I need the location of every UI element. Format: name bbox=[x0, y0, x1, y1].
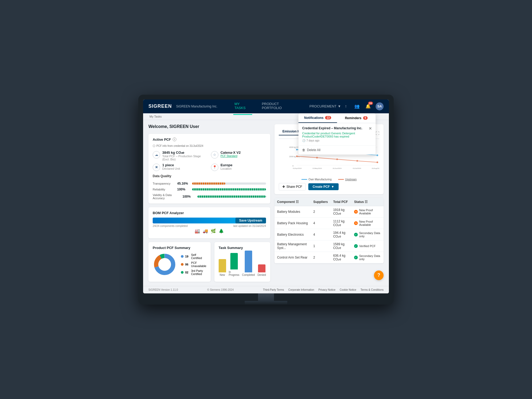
status-badge-verified: ✓ Verified PCF bbox=[354, 244, 381, 248]
table-row: Control Arm Set Rear 2 636.4 kg CO₂e ✓ S… bbox=[275, 252, 384, 263]
upload-icon[interactable]: ↑ bbox=[342, 103, 350, 110]
td-status: N New Proof Available bbox=[351, 217, 384, 229]
bom-last-updated: last updated on 31/Jul/2024 bbox=[233, 225, 266, 227]
pcf-unit-item: ✖ 1 piece Declared Unit bbox=[153, 163, 208, 171]
bar-denied-label: Denied bbox=[257, 273, 266, 276]
pcf-unit-value: 1 piece bbox=[162, 163, 180, 167]
td-suppliers: 4 bbox=[311, 229, 331, 240]
table-row: Battery Modules 2 1918 kg CO₂e N New Pro… bbox=[275, 206, 384, 217]
svg-point-10 bbox=[296, 149, 298, 150]
filter-icon[interactable]: ☷ bbox=[296, 200, 299, 204]
filter-status-icon[interactable]: ☷ bbox=[365, 200, 368, 204]
table-row: Battery Electronics 4 194.4 kg CO₂e ✓ Se… bbox=[275, 229, 384, 240]
factory-icon: 🏭 bbox=[195, 228, 200, 234]
legend-dot-green bbox=[181, 271, 184, 274]
avatar[interactable]: SA bbox=[376, 102, 384, 110]
notif-item-time: 🕐 7 days ago bbox=[302, 139, 372, 142]
svg-text:01/Aug/2024: 01/Aug/2024 bbox=[372, 168, 379, 169]
pcf-co2-value: 3845 kg CO₂e bbox=[162, 151, 208, 155]
status-dot-new2: N bbox=[354, 221, 358, 225]
active-pcf-card: Active PCF i ⓘ PCF info from credential … bbox=[148, 134, 270, 203]
bom-footer: 24/24 components completed last updated … bbox=[153, 225, 266, 227]
td-component: Battery Electronics bbox=[275, 229, 311, 240]
component-table-card: Component ☷ Suppliers Total PCF Status ☷ bbox=[275, 198, 384, 263]
footer-third-party[interactable]: Third-Party Terms bbox=[263, 288, 284, 291]
bar-completed-fill bbox=[245, 251, 252, 272]
nav-product-portfolio[interactable]: PRODUCT PORTFOLIO bbox=[261, 99, 300, 115]
footer-copyright: © Siemens 1996-2024 bbox=[207, 288, 234, 291]
status-dot-new: N bbox=[354, 210, 358, 214]
monitor-stand bbox=[143, 293, 389, 305]
navbar: SIGREEN SiGREEN Manufacturing Inc. MY TA… bbox=[143, 99, 389, 113]
pcf-standard-item: ☆ Catena-X V2 PCF Standard bbox=[211, 151, 266, 161]
table-row: Battery Pack Housing 4 1112 kg CO₂e N Ne… bbox=[275, 217, 384, 229]
status-dot-secondary: ✓ bbox=[354, 233, 358, 236]
bom-completed-text: 24/24 components completed bbox=[153, 225, 188, 227]
notif-notifications-count: 13 bbox=[325, 116, 331, 119]
product-pcf-summary-title: Product PCF Summary bbox=[153, 246, 206, 250]
svg-point-19 bbox=[376, 161, 378, 163]
pcf-actions: ❖ Share PCF Create PCF ▼ bbox=[279, 183, 379, 190]
component-table: Component ☷ Suppliers Total PCF Status ☷ bbox=[275, 198, 384, 263]
notif-tab-reminders[interactable]: Reminders 9 bbox=[337, 113, 376, 123]
create-pcf-button[interactable]: Create PCF ▼ bbox=[308, 183, 339, 190]
svg-point-17 bbox=[336, 158, 338, 160]
footer-cookie[interactable]: Cookie Notice bbox=[340, 288, 356, 291]
dq-transparency-bar bbox=[192, 182, 266, 185]
notif-item: Credential Expired – Manufacturing Inc. … bbox=[298, 123, 376, 146]
svg-point-18 bbox=[356, 160, 358, 161]
svg-text:01/Apr/2024: 01/Apr/2024 bbox=[293, 168, 302, 169]
nav-icon-group: ↑ 👥 🔔 24 SA bbox=[342, 102, 384, 110]
table-body: Battery Modules 2 1918 kg CO₂e N New Pro… bbox=[275, 206, 384, 263]
cloud-icon: ☁ bbox=[153, 151, 160, 159]
footer-terms[interactable]: Terms & Conditions bbox=[360, 288, 384, 291]
pcf-grid: ☁ 3845 kg CO₂e Total PCF – Production St… bbox=[153, 151, 266, 171]
help-button[interactable]: ? bbox=[374, 271, 384, 280]
td-pcf: 636.4 kg CO₂e bbox=[330, 252, 351, 263]
pcf-location-value: Europe bbox=[221, 163, 232, 167]
bom-icons: 🏭 🚚 🌿 🌲 bbox=[153, 227, 266, 235]
dq-reliability-pct: 100% bbox=[177, 188, 189, 191]
active-pcf-info-icon[interactable]: i bbox=[173, 138, 176, 141]
share-pcf-button[interactable]: ❖ Share PCF bbox=[279, 183, 306, 190]
footer-links: Third-Party Terms Corporate Information … bbox=[263, 288, 384, 291]
add-user-icon[interactable]: 👥 bbox=[353, 103, 361, 110]
td-component: Battery Pack Housing bbox=[275, 217, 311, 229]
dq-validity-bar bbox=[197, 196, 266, 198]
footer-privacy[interactable]: Privacy Notice bbox=[318, 288, 335, 291]
delete-all-button[interactable]: 🗑 Delete All bbox=[298, 146, 376, 155]
nav-links: MY TASKS PRODUCT PORTFOLIO PROCUREMENT ▼ bbox=[233, 99, 342, 115]
donut-chart bbox=[153, 252, 177, 276]
bar-inprogress-label: In Progress bbox=[229, 271, 239, 276]
nav-my-tasks[interactable]: MY TASKS bbox=[233, 99, 252, 115]
bar-denied: Denied bbox=[257, 264, 266, 276]
td-pcf: 1589 kg CO₂e bbox=[330, 240, 351, 252]
pcf-unit-label: Declared Unit bbox=[162, 167, 180, 170]
bar-denied-fill bbox=[258, 264, 265, 272]
footer-corporate[interactable]: Corporate Information bbox=[288, 288, 314, 291]
notifications-icon[interactable]: 🔔 24 bbox=[364, 103, 372, 110]
bar-completed-label: Completed bbox=[242, 273, 255, 276]
save-upstream-button[interactable]: Save Upstream bbox=[235, 218, 266, 223]
legend-upstream: Upstream bbox=[338, 178, 357, 181]
pcf-standard-value: Catena-X V2 bbox=[221, 151, 241, 155]
pcf-standard-label[interactable]: PCF Standard bbox=[221, 155, 241, 157]
expand-icon[interactable]: ⛶ bbox=[376, 131, 379, 135]
pcf-co2-item: ☁ 3845 kg CO₂e Total PCF – Production St… bbox=[153, 151, 208, 161]
bar-inprogress: In Progress bbox=[229, 253, 239, 276]
unit-icon: ✖ bbox=[153, 164, 160, 171]
dq-row-transparency: Transparency 45.16% bbox=[153, 182, 266, 185]
donut-wrap: 19 Self Certified 06 PCF Unavailable bbox=[153, 252, 206, 276]
svg-text:01/May/2024: 01/May/2024 bbox=[313, 168, 322, 169]
notif-tab-notifications[interactable]: Notifications 13 bbox=[298, 113, 337, 123]
footer: SiGREEN Version 1.11.0 © Siemens 1996-20… bbox=[143, 286, 389, 293]
stand-base bbox=[245, 301, 287, 305]
donut-legend: 19 Self Certified 06 PCF Unavailable bbox=[181, 253, 206, 276]
pcf-co2-label: Total PCF – Production Stage (Excl. Bio) bbox=[162, 155, 208, 161]
notif-close-icon[interactable]: ✕ bbox=[369, 126, 372, 131]
nav-procurement[interactable]: PROCUREMENT ▼ bbox=[308, 99, 342, 115]
table-header-row: Component ☷ Suppliers Total PCF Status ☷ bbox=[275, 198, 384, 206]
status-badge-new2: N New Proof Available bbox=[354, 220, 381, 226]
td-pcf: 1112 kg CO₂e bbox=[330, 217, 351, 229]
left-panel: Welcome, SIGREEN User Active PCF i ⓘ PCF… bbox=[148, 124, 270, 282]
